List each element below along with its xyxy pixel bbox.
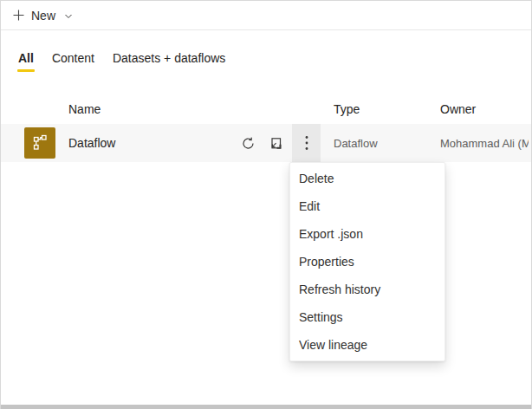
more-icon xyxy=(304,134,309,152)
menu-item-settings[interactable]: Settings xyxy=(290,303,444,331)
menu-item-view-lineage[interactable]: View lineage xyxy=(290,331,444,359)
menu-item-refresh-history[interactable]: Refresh history xyxy=(290,276,444,303)
row-type-cell: Dataflow xyxy=(334,124,378,162)
workspace-content-view: New All Content Datasets + dataflows Nam… xyxy=(0,0,532,409)
pivot-tabs: All Content Datasets + dataflows xyxy=(1,50,531,73)
open-icon[interactable] xyxy=(268,135,283,151)
tab-content-label: Content xyxy=(52,51,94,65)
tab-datasets-dataflows-label: Datasets + dataflows xyxy=(113,51,225,65)
table-header: Name Type Owner xyxy=(1,102,531,120)
refresh-icon[interactable] xyxy=(240,135,256,151)
tab-content[interactable]: Content xyxy=(51,50,95,72)
new-button-label: New xyxy=(31,9,55,23)
plus-icon xyxy=(12,9,25,22)
column-header-name[interactable]: Name xyxy=(68,102,101,116)
active-tab-underline xyxy=(17,69,35,72)
column-header-owner[interactable]: Owner xyxy=(440,102,476,116)
menu-item-delete[interactable]: Delete xyxy=(290,165,444,192)
tab-all[interactable]: All xyxy=(17,50,35,72)
tab-datasets-dataflows[interactable]: Datasets + dataflows xyxy=(112,50,226,72)
menu-item-properties[interactable]: Properties xyxy=(290,248,444,276)
dataflow-tile-icon xyxy=(24,127,55,159)
row-owner-cell: Mohammad Ali (MO... xyxy=(440,124,529,162)
menu-item-export-json[interactable]: Export .json xyxy=(290,220,444,248)
menu-item-edit[interactable]: Edit xyxy=(290,192,444,220)
toolbar: New xyxy=(1,1,531,30)
context-menu: Delete Edit Export .json Properties Refr… xyxy=(289,162,445,361)
chevron-down-icon xyxy=(63,11,74,22)
window-bottom-edge xyxy=(1,405,531,409)
dataflow-name-link[interactable]: Dataflow xyxy=(68,124,115,162)
more-actions-button[interactable] xyxy=(292,124,321,162)
new-button[interactable]: New xyxy=(12,9,74,23)
tab-all-label: All xyxy=(18,51,34,65)
column-header-type[interactable]: Type xyxy=(334,102,360,116)
table-row[interactable]: Dataflow Datafl xyxy=(1,124,531,162)
